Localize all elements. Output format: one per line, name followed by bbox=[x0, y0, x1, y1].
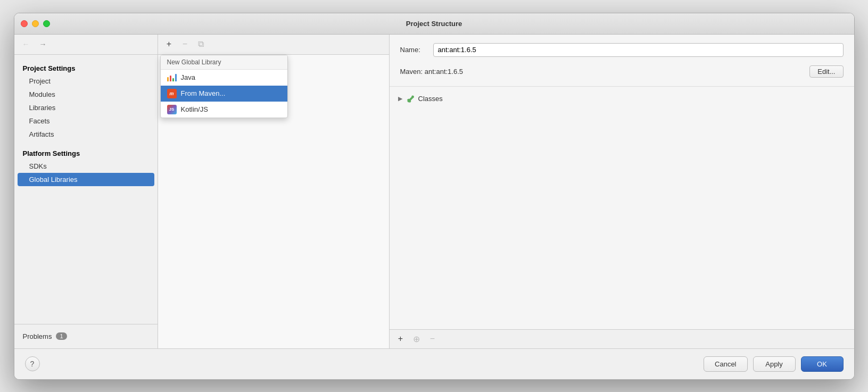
platform-settings-header: Platform Settings bbox=[14, 146, 158, 160]
maximize-button[interactable] bbox=[43, 20, 50, 27]
detail-top: Name: Maven: ant:ant:1.6.5 Edit... bbox=[390, 35, 854, 87]
maven-row: Maven: ant:ant:1.6.5 Edit... bbox=[400, 65, 844, 78]
sidebar-nav-bar: ← → bbox=[14, 35, 158, 55]
dropdown-item-from-maven[interactable]: m From Maven... bbox=[161, 86, 287, 102]
dropdown-item-kotlin-js-label: Kotlin/JS bbox=[181, 105, 208, 113]
sidebar-item-project[interactable]: Project bbox=[14, 74, 158, 88]
traffic-lights bbox=[21, 20, 50, 27]
ok-button[interactable]: OK bbox=[801, 356, 844, 372]
apply-button[interactable]: Apply bbox=[753, 356, 796, 372]
name-input[interactable] bbox=[433, 43, 844, 57]
remove-path-button[interactable]: − bbox=[426, 332, 440, 346]
classes-icon bbox=[406, 94, 415, 104]
detail-panel: Name: Maven: ant:ant:1.6.5 Edit... ▶ bbox=[390, 35, 854, 348]
tree-arrow: ▶ bbox=[398, 95, 402, 102]
edit-button[interactable]: Edit... bbox=[809, 65, 843, 78]
detail-bottom-toolbar: + ⊕ − bbox=[390, 329, 854, 348]
kotlin-icon: JS bbox=[167, 105, 177, 114]
sidebar-item-artifacts[interactable]: Artifacts bbox=[14, 128, 158, 141]
middle-panel: + − ⧉ New Global Library Ja bbox=[158, 35, 390, 348]
tree-item-classes[interactable]: ▶ Classes bbox=[398, 92, 846, 106]
problems-badge: 1 bbox=[56, 332, 67, 340]
sidebar-item-libraries[interactable]: Libraries bbox=[14, 101, 158, 114]
add-library-button[interactable]: + bbox=[162, 37, 176, 51]
maven-text: Maven: ant:ant:1.6.5 bbox=[400, 68, 464, 76]
remove-library-button[interactable]: − bbox=[178, 37, 192, 51]
sidebar-item-sdks[interactable]: SDKs bbox=[14, 160, 158, 173]
tree-section: ▶ Classes bbox=[390, 87, 854, 329]
add-root-button[interactable]: ⊕ bbox=[410, 332, 424, 346]
sidebar-item-global-libraries[interactable]: Global Libraries bbox=[18, 173, 154, 186]
sidebar-items: Project Settings Project Modules Librari… bbox=[14, 55, 158, 324]
tree-label-classes: Classes bbox=[418, 95, 443, 103]
sidebar-item-modules[interactable]: Modules bbox=[14, 88, 158, 101]
project-settings-header: Project Settings bbox=[14, 61, 158, 74]
sidebar: ← → Project Settings Project Modules Lib… bbox=[14, 35, 158, 348]
forward-button[interactable]: → bbox=[38, 39, 48, 49]
close-button[interactable] bbox=[21, 20, 28, 27]
main-content: ← → Project Settings Project Modules Lib… bbox=[14, 35, 854, 348]
copy-library-button[interactable]: ⧉ bbox=[194, 37, 208, 51]
minimize-button[interactable] bbox=[32, 20, 39, 27]
sidebar-bottom: Problems 1 bbox=[14, 324, 158, 348]
dropdown-item-kotlin-js[interactable]: JS Kotlin/JS bbox=[161, 102, 287, 118]
problems-item[interactable]: Problems 1 bbox=[14, 330, 158, 343]
maven-icon: m bbox=[167, 89, 177, 98]
middle-toolbar: + − ⧉ bbox=[158, 35, 389, 55]
project-structure-window: Project Structure ← → Project Settings P… bbox=[14, 13, 855, 380]
help-button[interactable]: ? bbox=[25, 356, 40, 371]
dropdown-header: New Global Library bbox=[161, 55, 287, 70]
footer: ? Cancel Apply OK bbox=[14, 348, 854, 379]
back-button[interactable]: ← bbox=[21, 39, 31, 49]
name-label: Name: bbox=[400, 46, 427, 54]
dropdown-item-java[interactable]: Java bbox=[161, 70, 287, 86]
dropdown-item-from-maven-label: From Maven... bbox=[181, 89, 226, 97]
dropdown-item-java-label: Java bbox=[181, 73, 195, 81]
titlebar: Project Structure bbox=[14, 13, 854, 35]
window-title: Project Structure bbox=[406, 20, 462, 28]
problems-label: Problems bbox=[23, 332, 52, 340]
cancel-button[interactable]: Cancel bbox=[704, 356, 747, 372]
sidebar-item-facets[interactable]: Facets bbox=[14, 114, 158, 128]
footer-buttons: Cancel Apply OK bbox=[704, 356, 843, 372]
name-row: Name: bbox=[400, 43, 844, 57]
add-path-button[interactable]: + bbox=[394, 332, 408, 346]
java-icon bbox=[167, 73, 177, 82]
new-global-library-dropdown: New Global Library Java m bbox=[160, 55, 288, 118]
